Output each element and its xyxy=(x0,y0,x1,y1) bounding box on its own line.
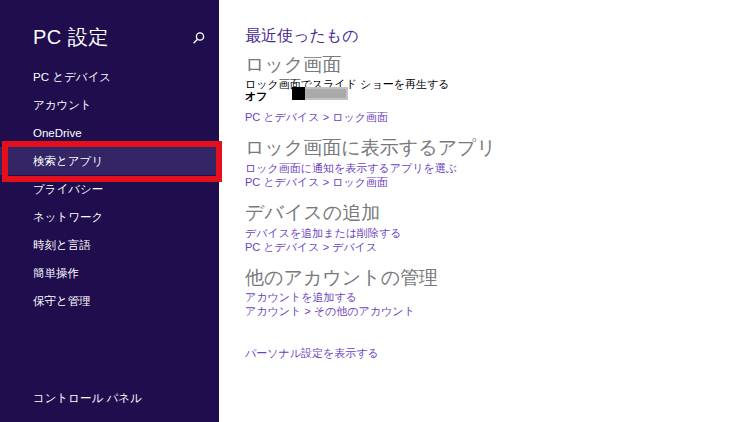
search-button[interactable] xyxy=(189,30,209,50)
link-accounts-other-accounts[interactable]: アカウント > その他のアカウント xyxy=(245,304,415,319)
section-title-add-devices: デバイスの追加 xyxy=(245,200,380,226)
toggle-state-label: オフ xyxy=(245,89,268,104)
slideshow-toggle-switch[interactable] xyxy=(292,87,348,100)
link-choose-lock-screen-notification-apps[interactable]: ロック画面に通知を表示するアプリを選ぶ xyxy=(245,161,457,176)
sidebar-item-search-and-apps[interactable]: 検索とアプリ xyxy=(0,147,219,175)
link-add-account[interactable]: アカウントを追加する xyxy=(245,290,357,305)
search-icon xyxy=(192,31,206,49)
link-pc-devices-lock-screen-2[interactable]: PC とデバイス > ロック画面 xyxy=(245,175,388,190)
link-pc-devices-devices[interactable]: PC とデバイス > デバイス xyxy=(245,240,377,255)
sidebar-menu: PC とデバイス アカウント OneDrive 検索とアプリ プライバシー ネッ… xyxy=(0,63,219,315)
sidebar-item-privacy[interactable]: プライバシー xyxy=(0,175,219,203)
sidebar-item-update-and-recovery[interactable]: 保守と管理 xyxy=(0,287,219,315)
sidebar-item-onedrive[interactable]: OneDrive xyxy=(0,119,219,147)
sidebar-item-ease-of-access[interactable]: 簡単操作 xyxy=(0,259,219,287)
sidebar-item-control-panel[interactable]: コントロール パネル xyxy=(0,384,252,412)
content-header: 最近使ったもの xyxy=(245,26,359,47)
toggle-thumb xyxy=(292,87,305,100)
sidebar-item-network[interactable]: ネットワーク xyxy=(0,203,219,231)
sidebar: PC 設定 PC とデバイス アカウント OneDrive 検索とアプリ プライ… xyxy=(0,0,219,422)
sidebar-item-pc-and-devices[interactable]: PC とデバイス xyxy=(0,63,219,91)
sidebar-item-accounts[interactable]: アカウント xyxy=(0,91,219,119)
pc-settings-window: PC 設定 PC とデバイス アカウント OneDrive 検索とアプリ プライ… xyxy=(0,0,750,422)
section-title-lock-screen: ロック画面 xyxy=(245,52,341,78)
section-title-lock-screen-apps: ロック画面に表示するアプリ xyxy=(245,135,496,161)
sidebar-item-time-and-language[interactable]: 時刻と言語 xyxy=(0,231,219,259)
link-add-or-remove-devices[interactable]: デバイスを追加または削除する xyxy=(245,226,402,241)
page-title: PC 設定 xyxy=(33,24,109,51)
link-view-personalization-settings[interactable]: パーソナル設定を表示する xyxy=(245,346,379,361)
section-title-manage-other-accounts: 他のアカウントの管理 xyxy=(245,265,438,291)
link-pc-devices-lock-screen-1[interactable]: PC とデバイス > ロック画面 xyxy=(245,110,388,125)
